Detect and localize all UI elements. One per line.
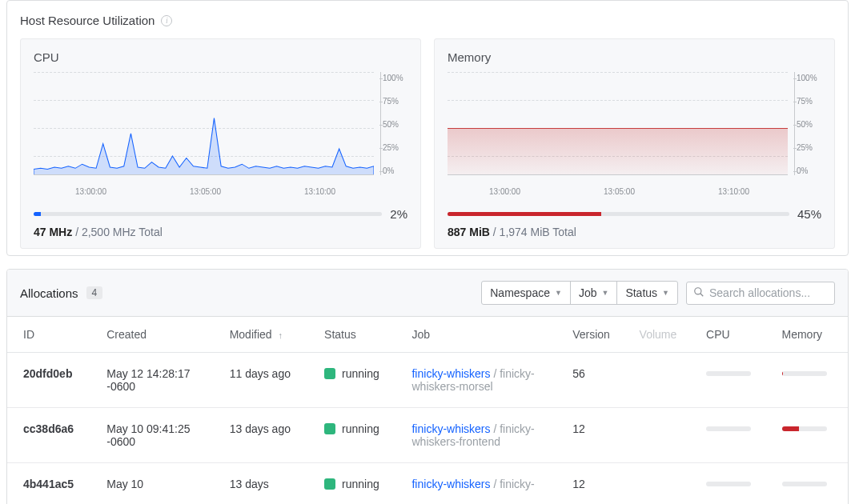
cell-status: running xyxy=(315,463,402,505)
col-job[interactable]: Job xyxy=(402,317,563,353)
col-memory[interactable]: Memory xyxy=(773,317,849,353)
memory-usage-pct: 45% xyxy=(797,207,821,221)
x-tick: 13:00:00 xyxy=(489,187,520,196)
cell-cpu xyxy=(696,408,772,463)
col-modified[interactable]: Modified ↑ xyxy=(220,317,315,353)
y-tick: 75% xyxy=(797,97,821,106)
cell-created: May 10 09:41:25 -0600 xyxy=(97,408,219,463)
cell-job: finicky-whiskers / finicky-whiskers-mors… xyxy=(402,353,563,408)
cell-version: 12 xyxy=(563,463,629,505)
cpu-mini-bar xyxy=(706,371,751,376)
memory-mini-bar xyxy=(782,426,827,431)
x-tick: 13:10:00 xyxy=(718,187,749,196)
chevron-down-icon: ▼ xyxy=(555,289,562,297)
search-icon xyxy=(693,286,704,300)
cell-version: 56 xyxy=(563,353,629,408)
cpu-y-axis: 100% 75% 50% 25% 0% xyxy=(380,72,407,175)
y-tick: 50% xyxy=(797,120,821,129)
facet-label: Job xyxy=(579,286,597,299)
search-allocations[interactable] xyxy=(686,282,835,305)
memory-x-axis: 13:00:00 13:05:00 13:10:00 xyxy=(448,187,821,196)
info-icon[interactable]: i xyxy=(161,15,172,26)
x-tick: 13:10:00 xyxy=(304,187,335,196)
status-dot-icon xyxy=(324,368,335,379)
cell-modified: 13 days xyxy=(220,463,315,505)
y-tick: 75% xyxy=(383,97,407,106)
col-status[interactable]: Status xyxy=(315,317,402,353)
cell-job: finicky-whiskers / finicky-whiskers-fron… xyxy=(402,408,563,463)
table-row[interactable]: 20dfd0ebMay 12 14:28:17 -060011 days ago… xyxy=(7,353,848,408)
table-row[interactable]: cc38d6a6May 10 09:41:25 -060013 days ago… xyxy=(7,408,848,463)
memory-usage-bar xyxy=(448,212,789,216)
cell-status: running xyxy=(315,353,402,408)
memory-y-axis: 100% 75% 50% 25% 0% xyxy=(794,72,821,175)
cell-job: finicky-whiskers / finicky- xyxy=(402,463,563,505)
cell-status: running xyxy=(315,408,402,463)
cell-volume xyxy=(630,353,696,408)
cpu-secondary-value: / 2,500 MHz Total xyxy=(75,226,163,238)
svg-line-1 xyxy=(700,293,704,296)
x-tick: 13:05:00 xyxy=(604,187,635,196)
memory-chart-title: Memory xyxy=(448,50,821,64)
cpu-sparkline xyxy=(34,72,374,184)
cpu-usage-bar xyxy=(34,212,382,216)
job-link[interactable]: finicky-whiskers xyxy=(411,422,490,435)
cpu-usage-text: 47 MHz / 2,500 MHz Total xyxy=(34,226,407,238)
allocations-title: Allocations xyxy=(20,286,78,300)
status-dot-icon xyxy=(324,423,335,434)
cell-cpu xyxy=(696,353,772,408)
cell-id: 20dfd0eb xyxy=(7,353,97,408)
facet-status[interactable]: Status ▼ xyxy=(616,282,677,304)
cell-volume xyxy=(630,408,696,463)
col-cpu[interactable]: CPU xyxy=(696,317,772,353)
job-link[interactable]: finicky-whiskers xyxy=(411,367,490,380)
cell-memory xyxy=(773,353,849,408)
cpu-chart-title: CPU xyxy=(34,50,407,64)
allocations-header: Allocations 4 Namespace ▼ Job ▼ Status ▼ xyxy=(7,270,848,317)
cpu-primary-value: 47 MHz xyxy=(34,226,72,238)
search-input[interactable] xyxy=(709,286,849,299)
col-created[interactable]: Created xyxy=(97,317,219,353)
chevron-down-icon: ▼ xyxy=(662,289,669,297)
table-header-row: ID Created Modified ↑ Status Job Version… xyxy=(7,317,848,353)
facet-job[interactable]: Job ▼ xyxy=(570,282,617,304)
memory-chart-plot xyxy=(448,72,788,184)
allocations-count-badge: 4 xyxy=(86,286,103,299)
col-id[interactable]: ID xyxy=(7,317,97,353)
y-tick: 100% xyxy=(383,74,407,82)
facet-namespace[interactable]: Namespace ▼ xyxy=(482,282,570,304)
memory-mini-bar xyxy=(782,371,827,376)
cell-volume xyxy=(630,463,696,505)
cell-modified: 11 days ago xyxy=(220,353,315,408)
chevron-down-icon: ▼ xyxy=(601,289,608,297)
cell-version: 12 xyxy=(563,408,629,463)
facet-label: Status xyxy=(625,286,657,299)
x-tick: 13:00:00 xyxy=(75,187,106,196)
svg-point-0 xyxy=(695,287,701,294)
cpu-mini-bar xyxy=(706,426,751,431)
y-tick: 0% xyxy=(797,166,821,175)
cell-id: cc38d6a6 xyxy=(7,408,97,463)
host-resource-title-row: Host Resource Utilization i xyxy=(20,14,835,27)
memory-primary-value: 887 MiB xyxy=(448,226,490,238)
facet-group: Namespace ▼ Job ▼ Status ▼ xyxy=(481,281,678,305)
cell-modified: 13 days ago xyxy=(220,408,315,463)
x-tick: 13:05:00 xyxy=(190,187,221,196)
allocations-card: Allocations 4 Namespace ▼ Job ▼ Status ▼ xyxy=(6,269,849,504)
cpu-usage-pct: 2% xyxy=(390,207,407,221)
cell-cpu xyxy=(696,463,772,505)
cell-memory xyxy=(773,408,849,463)
col-version[interactable]: Version xyxy=(563,317,629,353)
memory-usage-text: 887 MiB / 1,974 MiB Total xyxy=(448,226,821,238)
cpu-x-axis: 13:00:00 13:05:00 13:10:00 xyxy=(34,187,407,196)
charts-row: CPU 100% 75% 50% 25% 0% xyxy=(20,38,835,249)
facet-label: Namespace xyxy=(490,286,550,299)
cpu-chart-panel: CPU 100% 75% 50% 25% 0% xyxy=(20,38,421,249)
cell-created: May 10 xyxy=(97,463,219,505)
table-row[interactable]: 4b441ac5May 1013 daysrunningfinicky-whis… xyxy=(7,463,848,505)
host-resource-title: Host Resource Utilization xyxy=(20,14,155,27)
sort-asc-icon: ↑ xyxy=(278,330,283,340)
cell-id: 4b441ac5 xyxy=(7,463,97,505)
job-link[interactable]: finicky-whiskers xyxy=(411,478,490,490)
cell-memory xyxy=(773,463,849,505)
